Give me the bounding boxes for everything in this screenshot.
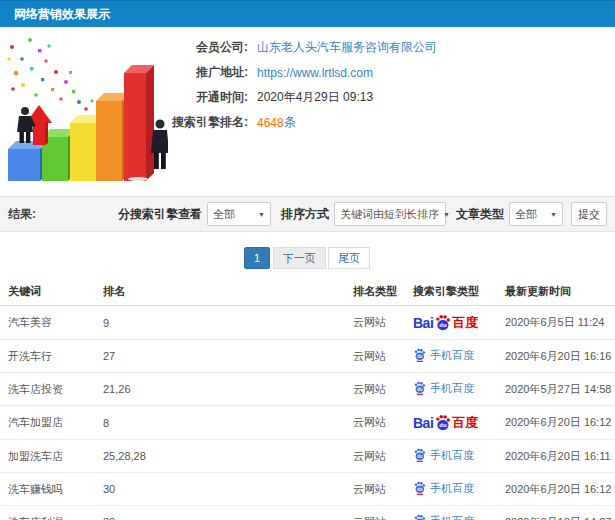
rank-type-cell: 云网站 [345,340,405,373]
engine-select-value: 全部 [213,207,235,222]
marketing-illustration [0,27,168,191]
header-bar: 网络营销效果展示 [0,0,615,27]
confetti-dots [7,38,93,111]
rank-type-cell: 云网站 [345,373,405,406]
info-rows: 会员公司: 山东老人头汽车服务咨询有限公司 推广地址: https://www.… [168,27,437,196]
open-time-label: 开通时间: [168,89,248,106]
rank-type-cell: 云网站 [345,306,405,340]
rank-cell[interactable]: 21,26 [95,373,345,406]
svg-text:du: du [417,487,423,492]
mobile-baidu-label: 手机百度 [430,483,474,494]
mobile-baidu-paw-icon: du [413,514,426,520]
type-select[interactable]: 全部 ▼ [509,202,563,226]
rank-type-cell: 云网站 [345,406,405,440]
engine-select[interactable]: 全部 ▼ [207,202,271,226]
rank-type-cell: 云网站 [345,473,405,506]
baidu-bai-text: Bai [413,416,433,430]
mobile-baidu-paw-icon: du [413,381,426,395]
table-row: 洗车赚钱吗 30 云网站 Bai du 百度 [0,473,615,506]
engine-cell: Bai du 百度 du [405,406,497,440]
sort-select-value: 关键词由短到长排序 [340,207,439,222]
page-1-button[interactable]: 1 [244,247,270,269]
engine-rank-count: 4648 [257,116,284,130]
mobile-baidu-label: 手机百度 [430,516,474,520]
sort-filter-label: 排序方式 [281,206,329,223]
last-page-button[interactable]: 尾页 [328,247,370,269]
table-row: 汽车加盟店 8 云网站 Bai du 百度 [0,406,615,440]
mobile-baidu-paw-icon: du [413,481,426,495]
mobile-baidu-label: 手机百度 [430,450,474,461]
filter-bar: 结果: 分搜索引擎查看 全部 ▼ 排序方式 关键词由短到长排序 ▼ 文章类型 全… [0,196,615,232]
baidu-logo: Bai du 百度 [413,314,478,331]
rank-cell[interactable]: 8 [95,406,345,440]
col-engine-type: 搜索引擎类型 [405,279,497,306]
rank-type-cell: 云网站 [345,506,405,520]
col-rank-type: 排名类型 [345,279,405,306]
baidu-cn-text: 百度 [452,316,478,329]
pagination: 1 下一页 尾页 [0,247,615,269]
table-row: 加盟洗车店 25,28,28 云网站 Bai du 百度 [0,440,615,473]
col-updated: 最新更新时间 [497,279,615,306]
company-link[interactable]: 山东老人头汽车服务咨询有限公司 [257,39,437,56]
engine-cell: Bai du 百度 du [405,306,497,340]
bar-chart-growth-illustration [0,27,168,191]
mobile-baidu-paw-icon: du [413,448,426,462]
baidu-logo: Bai du 百度 [413,414,478,431]
rank-cell[interactable]: 9 [95,306,345,340]
engine-cell: Bai du 百度 du [405,440,497,473]
table-row: 洗车店利润 30 云网站 Bai du 百度 [0,506,615,520]
sort-select[interactable]: 关键词由短到长排序 ▼ [334,202,446,226]
chevron-down-icon: ▼ [546,211,557,218]
rank-cell[interactable]: 27 [95,340,345,373]
engine-rank-label: 搜索引擎排名: [168,114,248,131]
engine-cell: Bai du 百度 du [405,506,497,520]
promo-url-link[interactable]: https://www.lrtlsd.com [257,66,373,80]
type-filter-label: 文章类型 [456,206,504,223]
page-title: 网络营销效果展示 [14,7,110,21]
keyword-cell: 汽车加盟店 [0,406,95,440]
baidu-paw-icon: du [434,314,451,331]
svg-text:du: du [440,422,448,428]
chevron-down-icon: ▼ [254,211,265,218]
svg-text:du: du [417,354,423,359]
submit-button[interactable]: 提交 [571,202,607,226]
open-time-value: 2020年4月29日 09:13 [257,89,373,106]
company-label: 会员公司: [168,39,248,56]
updated-cell: 2020年6月20日 16:12 [497,406,615,440]
type-select-value: 全部 [515,207,537,222]
keyword-cell: 洗车赚钱吗 [0,473,95,506]
col-rank: 排名 [95,279,345,306]
rank-cell[interactable]: 30 [95,506,345,520]
svg-text:du: du [417,387,423,392]
mobile-baidu-logo: du 手机百度 [413,448,474,462]
info-section: 会员公司: 山东老人头汽车服务咨询有限公司 推广地址: https://www.… [0,27,615,196]
updated-cell: 2020年6月5日 11:24 [497,306,615,340]
chevron-down-icon: ▼ [439,211,450,218]
keyword-cell: 开洗车行 [0,340,95,373]
rank-cell[interactable]: 25,28,28 [95,440,345,473]
engine-cell: Bai du 百度 du [405,340,497,373]
table-body: 汽车美容 9 云网站 Bai du 百度 [0,306,615,520]
result-label: 结果: [8,206,36,223]
engine-filter-label: 分搜索引擎查看 [118,206,202,223]
updated-cell: 2020年6月18日 14:27 [497,506,615,520]
rank-cell[interactable]: 30 [95,473,345,506]
mobile-baidu-logo: du 手机百度 [413,481,474,495]
rank-type-cell: 云网站 [345,440,405,473]
baidu-paw-icon: du [434,414,451,431]
table-row: 汽车美容 9 云网站 Bai du 百度 [0,306,615,340]
updated-cell: 2020年6月20日 16:11 [497,440,615,473]
updated-cell: 2020年6月20日 16:12 [497,473,615,506]
keyword-cell: 洗车店投资 [0,373,95,406]
next-page-button[interactable]: 下一页 [273,247,326,269]
engine-rank-unit: 条 [284,114,296,131]
table-row: 洗车店投资 21,26 云网站 Bai du 百度 [0,373,615,406]
baidu-cn-text: 百度 [452,416,478,429]
updated-cell: 2020年6月20日 16:16 [497,340,615,373]
svg-text:du: du [417,454,423,459]
updated-cell: 2020年5月27日 14:58 [497,373,615,406]
filter-controls: 分搜索引擎查看 全部 ▼ 排序方式 关键词由短到长排序 ▼ 文章类型 全部 ▼ … [108,202,607,226]
svg-text:du: du [440,322,448,328]
col-keyword: 关键词 [0,279,95,306]
baidu-bai-text: Bai [413,316,433,330]
